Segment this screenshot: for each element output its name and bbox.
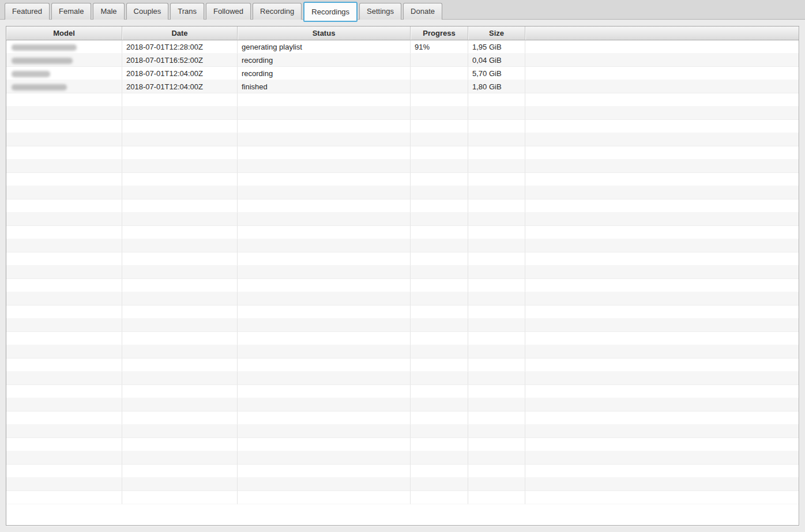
- cell-status: [238, 491, 411, 504]
- tab-recording[interactable]: Recording: [253, 3, 302, 20]
- empty-row: [6, 107, 799, 120]
- cell-progress: [411, 478, 468, 491]
- cell-status: [238, 133, 411, 146]
- cell-size: [468, 279, 525, 292]
- cell-filler: [525, 372, 799, 385]
- cell-size: [468, 133, 525, 146]
- tab-female[interactable]: Female: [51, 3, 91, 20]
- cell-filler: [525, 438, 799, 451]
- tab-settings[interactable]: Settings: [359, 3, 401, 20]
- column-header-progress[interactable]: Progress: [411, 27, 468, 40]
- redacted-model-name: [12, 84, 67, 90]
- cell-model: [6, 107, 122, 120]
- cell-size: [468, 305, 525, 319]
- column-header-date[interactable]: Date: [122, 27, 238, 40]
- cell-status: [238, 305, 411, 319]
- empty-row: [6, 120, 799, 133]
- column-header-status[interactable]: Status: [238, 27, 411, 40]
- cell-status: [238, 398, 411, 412]
- cell-filler: [525, 120, 799, 133]
- cell-date: [122, 305, 238, 319]
- tab-donate[interactable]: Donate: [403, 3, 442, 20]
- tab-couples[interactable]: Couples: [126, 3, 169, 20]
- cell-date: [122, 120, 238, 133]
- cell-progress: [411, 319, 468, 332]
- cell-model: [6, 478, 122, 491]
- cell-status: [238, 120, 411, 133]
- cell-date: [122, 425, 238, 438]
- cell-model: [6, 173, 122, 186]
- cell-size: [468, 451, 525, 465]
- tab-male[interactable]: Male: [93, 3, 124, 20]
- cell-progress: [411, 491, 468, 504]
- cell-date: [122, 491, 238, 504]
- cell-status: [238, 372, 411, 385]
- recording-row[interactable]: 2018-07-01T12:04:00Zfinished1,80 GiB: [6, 80, 799, 93]
- empty-row: [6, 93, 799, 107]
- cell-size: 0,04 GiB: [468, 54, 525, 67]
- cell-model: [6, 345, 122, 359]
- cell-size: [468, 425, 525, 438]
- cell-date: [122, 146, 238, 160]
- tab-followed[interactable]: Followed: [206, 3, 251, 20]
- cell-filler: [525, 133, 799, 146]
- cell-date: [122, 279, 238, 292]
- cell-progress: [411, 305, 468, 319]
- cell-size: [468, 465, 525, 478]
- cell-date: [122, 465, 238, 478]
- recording-row[interactable]: 2018-07-01T12:28:00Zgenerating playlist9…: [6, 40, 799, 54]
- cell-filler: [525, 359, 799, 372]
- cell-progress: [411, 412, 468, 425]
- cell-status: [238, 465, 411, 478]
- tab-trans[interactable]: Trans: [170, 3, 204, 20]
- cell-progress: [411, 213, 468, 226]
- recording-row[interactable]: 2018-07-01T12:04:00Zrecording5,70 GiB: [6, 67, 799, 80]
- cell-progress: [411, 54, 468, 67]
- cell-filler: [525, 398, 799, 412]
- cell-progress: [411, 266, 468, 279]
- cell-status: [238, 451, 411, 465]
- tab-recordings[interactable]: Recordings: [303, 2, 358, 22]
- cell-model: [6, 252, 122, 266]
- recordings-table: ModelDateStatusProgressSize 2018-07-01T1…: [6, 26, 799, 526]
- cell-filler: [525, 279, 799, 292]
- cell-size: [468, 93, 525, 107]
- cell-filler: [525, 266, 799, 279]
- cell-progress: [411, 465, 468, 478]
- empty-row: [6, 226, 799, 239]
- cell-date: [122, 226, 238, 239]
- cell-status: recording: [238, 54, 411, 67]
- cell-status: [238, 412, 411, 425]
- cell-status: [238, 107, 411, 120]
- cell-date: [122, 93, 238, 107]
- column-header-model[interactable]: Model: [6, 27, 122, 40]
- cell-status: [238, 425, 411, 438]
- cell-status: [238, 385, 411, 398]
- empty-row: [6, 478, 799, 491]
- cell-progress: [411, 345, 468, 359]
- cell-progress: [411, 359, 468, 372]
- cell-model: [6, 372, 122, 385]
- cell-model: [6, 412, 122, 425]
- cell-progress: [411, 67, 468, 80]
- cell-filler: [525, 226, 799, 239]
- empty-row: [6, 213, 799, 226]
- cell-model: [6, 451, 122, 465]
- empty-row: [6, 173, 799, 186]
- cell-size: 1,95 GiB: [468, 40, 525, 54]
- cell-size: [468, 385, 525, 398]
- tab-featured[interactable]: Featured: [5, 3, 50, 20]
- cell-model: [6, 213, 122, 226]
- cell-filler: [525, 412, 799, 425]
- cell-filler: [525, 305, 799, 319]
- empty-row: [6, 438, 799, 451]
- empty-row: [6, 359, 799, 372]
- cell-progress: [411, 186, 468, 199]
- column-header-size[interactable]: Size: [468, 27, 525, 40]
- cell-size: [468, 319, 525, 332]
- recording-row[interactable]: 2018-07-01T16:52:00Zrecording0,04 GiB: [6, 54, 799, 67]
- recordings-tbody: 2018-07-01T12:28:00Zgenerating playlist9…: [6, 40, 799, 504]
- cell-status: [238, 239, 411, 252]
- cell-size: [468, 292, 525, 305]
- cell-model: [6, 359, 122, 372]
